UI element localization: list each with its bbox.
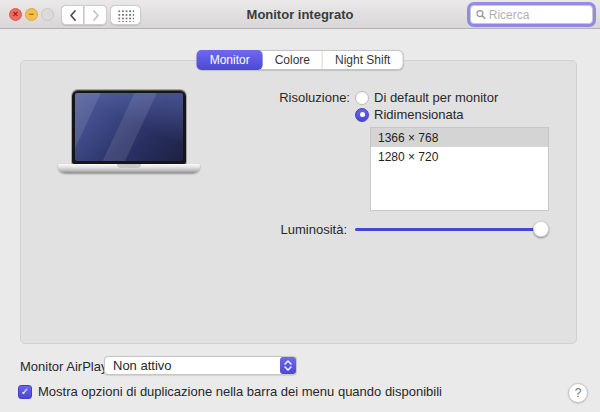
tab-bar: Monitor Colore Night Shift [197, 50, 404, 70]
show-all-preferences-button[interactable] [110, 5, 141, 25]
system-preferences-window: × − Monitor integrato Monitor Colore Nig… [0, 0, 600, 412]
titlebar: × − Monitor integrato [0, 0, 600, 29]
mirroring-checkbox-row[interactable]: ✓ Mostra opzioni di duplicazione nella b… [18, 384, 442, 399]
radio-off-icon[interactable] [355, 91, 369, 105]
search-icon [476, 9, 486, 20]
radio-scaled[interactable]: Ridimensionata [355, 107, 464, 122]
chevron-left-icon [69, 10, 77, 21]
tab-night-shift[interactable]: Night Shift [323, 51, 402, 69]
chevron-down-icon [284, 366, 292, 371]
macbook-screen-wallpaper [75, 93, 183, 161]
macbook-image [58, 88, 200, 178]
brightness-label: Luminosità: [227, 222, 347, 237]
radio-scaled-label: Ridimensionata [374, 107, 464, 122]
mirroring-checkbox-label: Mostra opzioni di duplicazione nella bar… [38, 384, 442, 399]
back-button[interactable] [61, 5, 84, 25]
brightness-slider-knob[interactable] [533, 221, 549, 237]
chevron-up-icon [284, 360, 292, 365]
close-button[interactable]: × [9, 8, 22, 21]
forward-button[interactable] [84, 5, 107, 25]
macbook-lid [72, 90, 186, 164]
chevron-right-icon [92, 10, 100, 21]
resolution-label: Risoluzione: [230, 90, 350, 105]
dropdown-stepper [280, 357, 296, 374]
resolution-list[interactable]: 1366 × 768 1280 × 720 [370, 127, 549, 211]
tab-monitor[interactable]: Monitor [197, 50, 263, 70]
resolution-list-item-selected[interactable]: 1366 × 768 [371, 128, 548, 147]
help-button[interactable]: ? [568, 383, 588, 403]
close-icon: × [13, 10, 18, 19]
window-title: Monitor integrato [150, 7, 450, 22]
search-input[interactable] [489, 8, 587, 22]
radio-default-for-display[interactable]: Di default per monitor [355, 90, 498, 105]
tab-colore[interactable]: Colore [263, 51, 323, 69]
resolution-list-item[interactable]: 1280 × 720 [371, 147, 548, 166]
brightness-slider-track [355, 228, 548, 231]
checkbox-checked-icon[interactable]: ✓ [18, 385, 32, 399]
radio-dot [360, 112, 365, 117]
search-field[interactable] [470, 5, 593, 24]
airplay-dropdown[interactable]: Non attivo [104, 356, 297, 375]
grid-icon [117, 9, 134, 22]
radio-default-label: Di default per monitor [374, 90, 498, 105]
airplay-dropdown-value: Non attivo [105, 358, 280, 373]
radio-on-icon[interactable] [355, 108, 369, 122]
zoom-button-disabled [41, 8, 54, 21]
airplay-label: Monitor AirPlay: [20, 359, 111, 374]
macbook-base [58, 164, 200, 173]
brightness-slider[interactable] [355, 221, 548, 237]
minimize-icon: − [29, 10, 34, 19]
minimize-button[interactable]: − [25, 8, 38, 21]
macbook-lid-notch [117, 164, 141, 168]
